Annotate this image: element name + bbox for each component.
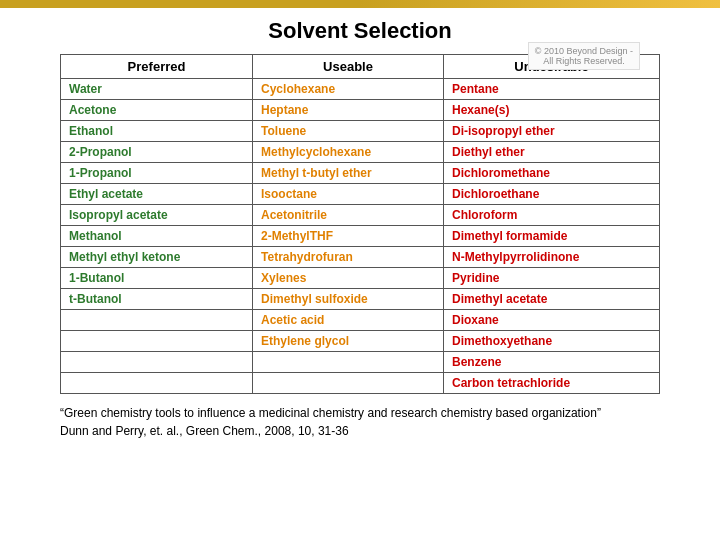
table-row: EthanolTolueneDi-isopropyl ether [61, 121, 660, 142]
table-cell-8-2: N-Methylpyrrolidinone [444, 247, 660, 268]
table-cell-7-2: Dimethyl formamide [444, 226, 660, 247]
table-row: Benzene [61, 352, 660, 373]
table-row: Isopropyl acetateAcetonitrileChloroform [61, 205, 660, 226]
table-cell-4-1: Methyl t-butyl ether [253, 163, 444, 184]
footer: “Green chemistry tools to influence a me… [60, 404, 660, 440]
col-header-useable: Useable [253, 55, 444, 79]
footer-line1: “Green chemistry tools to influence a me… [60, 404, 660, 422]
table-cell-8-1: Tetrahydrofuran [253, 247, 444, 268]
table-cell-12-1: Ethylene glycol [253, 331, 444, 352]
table-cell-1-1: Heptane [253, 100, 444, 121]
table-cell-5-2: Dichloroethane [444, 184, 660, 205]
table-row: 1-PropanolMethyl t-butyl etherDichlorome… [61, 163, 660, 184]
table-cell-1-2: Hexane(s) [444, 100, 660, 121]
watermark: © 2010 Beyond Design - All Rights Reserv… [528, 42, 640, 70]
table-cell-13-1 [253, 352, 444, 373]
table-row: t-ButanolDimethyl sulfoxideDimethyl acet… [61, 289, 660, 310]
table-cell-7-0: Methanol [61, 226, 253, 247]
table-cell-6-0: Isopropyl acetate [61, 205, 253, 226]
table-cell-5-0: Ethyl acetate [61, 184, 253, 205]
content-area: Preferred Useable Undesirable WaterCyclo… [0, 54, 720, 440]
table-cell-11-0 [61, 310, 253, 331]
watermark-line1: © 2010 Beyond Design - [535, 46, 633, 56]
table-row: Ethyl acetateIsooctaneDichloroethane [61, 184, 660, 205]
table-cell-9-2: Pyridine [444, 268, 660, 289]
table-cell-6-2: Chloroform [444, 205, 660, 226]
table-cell-3-2: Diethyl ether [444, 142, 660, 163]
table-cell-0-0: Water [61, 79, 253, 100]
table-cell-12-0 [61, 331, 253, 352]
col-header-preferred: Preferred [61, 55, 253, 79]
table-cell-3-0: 2-Propanol [61, 142, 253, 163]
table-cell-13-2: Benzene [444, 352, 660, 373]
table-cell-3-1: Methylcyclohexane [253, 142, 444, 163]
table-cell-11-2: Dioxane [444, 310, 660, 331]
page-title: Solvent Selection [0, 18, 720, 44]
table-row: Methanol2-MethylTHFDimethyl formamide [61, 226, 660, 247]
table-cell-10-0: t-Butanol [61, 289, 253, 310]
table-cell-10-2: Dimethyl acetate [444, 289, 660, 310]
table-row: WaterCyclohexanePentane [61, 79, 660, 100]
table-cell-14-2: Carbon tetrachloride [444, 373, 660, 394]
table-cell-14-1 [253, 373, 444, 394]
table-cell-2-1: Toluene [253, 121, 444, 142]
table-row: Ethylene glycolDimethoxyethane [61, 331, 660, 352]
table-row: Carbon tetrachloride [61, 373, 660, 394]
top-bar [0, 0, 720, 8]
table-row: 1-ButanolXylenesPyridine [61, 268, 660, 289]
table-cell-9-1: Xylenes [253, 268, 444, 289]
table-row: Methyl ethyl ketoneTetrahydrofuranN-Meth… [61, 247, 660, 268]
solvent-table: Preferred Useable Undesirable WaterCyclo… [60, 54, 660, 394]
table-cell-2-2: Di-isopropyl ether [444, 121, 660, 142]
table-cell-1-0: Acetone [61, 100, 253, 121]
table-cell-7-1: 2-MethylTHF [253, 226, 444, 247]
table-cell-2-0: Ethanol [61, 121, 253, 142]
table-cell-13-0 [61, 352, 253, 373]
table-row: Acetic acidDioxane [61, 310, 660, 331]
table-cell-12-2: Dimethoxyethane [444, 331, 660, 352]
table-cell-8-0: Methyl ethyl ketone [61, 247, 253, 268]
footer-line2: Dunn and Perry, et. al., Green Chem., 20… [60, 422, 660, 440]
table-cell-4-2: Dichloromethane [444, 163, 660, 184]
table-cell-6-1: Acetonitrile [253, 205, 444, 226]
table-cell-10-1: Dimethyl sulfoxide [253, 289, 444, 310]
table-cell-4-0: 1-Propanol [61, 163, 253, 184]
table-row: AcetoneHeptaneHexane(s) [61, 100, 660, 121]
table-cell-5-1: Isooctane [253, 184, 444, 205]
table-cell-9-0: 1-Butanol [61, 268, 253, 289]
table-row: 2-PropanolMethylcyclohexaneDiethyl ether [61, 142, 660, 163]
table-cell-11-1: Acetic acid [253, 310, 444, 331]
table-cell-0-1: Cyclohexane [253, 79, 444, 100]
table-cell-0-2: Pentane [444, 79, 660, 100]
watermark-line2: All Rights Reserved. [543, 56, 625, 66]
table-cell-14-0 [61, 373, 253, 394]
